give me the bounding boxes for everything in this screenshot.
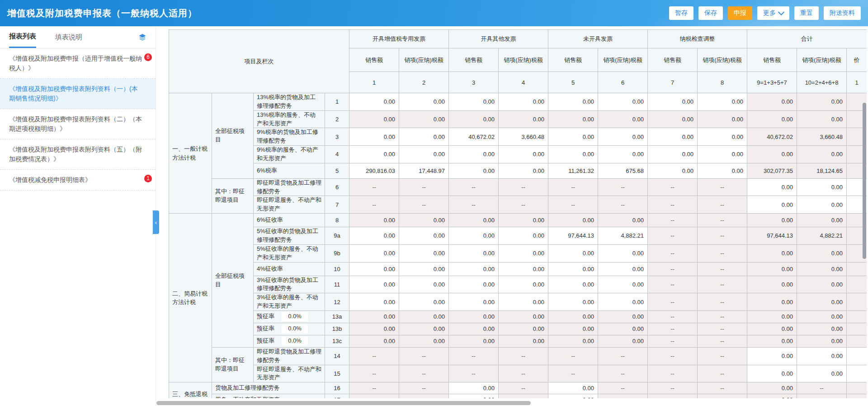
cell-5-col7[interactable]: 0.00 xyxy=(648,163,698,178)
cell-12-col6[interactable]: 0.00 xyxy=(598,293,648,311)
cell-7-col9[interactable]: 0.00 xyxy=(747,196,797,214)
layers-icon[interactable] xyxy=(138,26,146,48)
cell-11-col5[interactable]: 0.00 xyxy=(548,276,598,293)
cell-9b-col5[interactable]: 0.00 xyxy=(548,244,598,262)
cell-3-col8[interactable]: 0.00 xyxy=(698,128,747,146)
cell-1-col5[interactable]: 0.00 xyxy=(548,93,598,111)
cell-1-col2[interactable]: 0.00 xyxy=(399,93,449,111)
cell-3-col6[interactable]: 0.00 xyxy=(598,128,648,146)
cell-12-col1[interactable]: 0.00 xyxy=(349,293,399,311)
cell-9a-col6[interactable]: 4,882.21 xyxy=(598,227,648,245)
vertical-scrollbar-thumb[interactable] xyxy=(863,103,866,259)
cell-10-col5[interactable]: 0.00 xyxy=(548,262,598,276)
cell-9a-col1[interactable]: 0.00 xyxy=(349,227,399,245)
cell-9a-col5[interactable]: 97,644.13 xyxy=(548,227,598,245)
cell-6-col10[interactable]: 0.00 xyxy=(797,178,847,196)
cell-9b-col2[interactable]: 0.00 xyxy=(399,244,449,262)
cell-1-col6[interactable]: 0.00 xyxy=(598,93,648,111)
cell-10-col2[interactable]: 0.00 xyxy=(399,262,449,276)
tab-instructions[interactable]: 填表说明 xyxy=(55,26,82,48)
cell-3-col1[interactable]: 0.00 xyxy=(349,128,399,146)
cell-10-col6[interactable]: 0.00 xyxy=(598,262,648,276)
cell-4-col3[interactable]: 0.00 xyxy=(449,146,499,163)
prelevy-rate-field[interactable]: 0.0% xyxy=(282,324,308,334)
cell-5-col4[interactable]: 0.00 xyxy=(499,163,548,178)
save-button[interactable]: 保存 xyxy=(698,6,723,20)
cell-4-col2[interactable]: 0.00 xyxy=(399,146,449,163)
cell-9a-col3[interactable]: 0.00 xyxy=(449,227,499,245)
cell-11-col3[interactable]: 0.00 xyxy=(449,276,499,293)
cell-16-col3[interactable]: 0.00 xyxy=(449,382,499,394)
cell-15-col10[interactable]: 0.00 xyxy=(797,365,847,382)
prelevy-rate-field[interactable]: 0.0% xyxy=(282,312,308,321)
temp-save-button[interactable]: 暂存 xyxy=(669,6,693,20)
cell-1-col8[interactable]: 0.00 xyxy=(698,93,747,111)
cell-10-col3[interactable]: 0.00 xyxy=(449,262,499,276)
cell-14-col9[interactable]: 0.00 xyxy=(747,347,797,365)
cell-1-col7[interactable]: 0.00 xyxy=(648,93,698,111)
cell-9a-col2[interactable]: 0.00 xyxy=(399,227,449,245)
cell-13c-col10: 0.00 xyxy=(797,335,847,347)
cell-4-col6[interactable]: 0.00 xyxy=(598,146,648,163)
cell-11-col4[interactable]: 0.00 xyxy=(499,276,548,293)
cell-9a-col4[interactable]: 0.00 xyxy=(499,227,548,245)
cell-17-col5[interactable]: 0.00 xyxy=(548,394,598,398)
cell-4-col4[interactable]: 0.00 xyxy=(499,146,548,163)
cell-9b-col4[interactable]: 0.00 xyxy=(499,244,548,262)
cell-3-col3[interactable]: 40,672.02 xyxy=(449,128,499,146)
report-link-3[interactable]: 《增值税及附加税费申报表附列资料（二）（本期进项税额明细）》 xyxy=(0,109,156,139)
cell-15-col9[interactable]: 0.00 xyxy=(747,365,797,382)
cell-5-col8[interactable]: 0.00 xyxy=(698,163,747,178)
cell-11-col2[interactable]: 0.00 xyxy=(399,276,449,293)
chevron-down-icon xyxy=(778,9,784,15)
cell-10-col1[interactable]: 0.00 xyxy=(349,262,399,276)
cell-7-col10[interactable]: 0.00 xyxy=(797,196,847,214)
cell-6-col9[interactable]: 0.00 xyxy=(747,178,797,196)
prelevy-rate-field[interactable]: 0.0% xyxy=(282,336,308,346)
cell-13a-col1: 0.00 xyxy=(349,310,399,323)
tab-report-list[interactable]: 报表列表 xyxy=(9,26,36,48)
cell-5-col3[interactable]: 0.00 xyxy=(449,163,499,178)
cell-4-col7[interactable]: 0.00 xyxy=(648,146,698,163)
cell-9b-col6[interactable]: 0.00 xyxy=(598,244,648,262)
cell-5-col2[interactable]: 17,448.97 xyxy=(399,163,449,178)
cell-5-col1[interactable]: 290,816.03 xyxy=(349,163,399,178)
cell-16-col5[interactable]: 0.00 xyxy=(548,382,598,394)
declare-button[interactable]: 申报 xyxy=(728,6,752,20)
report-link-1[interactable]: 《增值税及附加税费申报（适用于增值税一般纳税人）》6 xyxy=(0,48,156,79)
attachments-button[interactable]: 附送资料 xyxy=(824,6,861,20)
cell-14-col10[interactable]: 0.00 xyxy=(797,347,847,365)
cell-4-col1[interactable]: 0.00 xyxy=(349,146,399,163)
cell-3-col5[interactable]: 0.00 xyxy=(548,128,598,146)
report-link-2[interactable]: 《增值税及附加税费申报表附列资料（一）(本期销售情况明细)》 xyxy=(0,79,156,109)
cell-5-col5[interactable]: 11,261.32 xyxy=(548,163,598,178)
cell-4-col8[interactable]: 0.00 xyxy=(698,146,747,163)
reset-button[interactable]: 重置 xyxy=(794,6,819,20)
horizontal-scrollbar-thumb[interactable] xyxy=(156,401,531,405)
cell-3-col4[interactable]: 3,660.48 xyxy=(499,128,548,146)
cell-3-col2[interactable]: 0.00 xyxy=(399,128,449,146)
cell-4-col5[interactable]: 0.00 xyxy=(548,146,598,163)
cell-17-col3[interactable]: 0.00 xyxy=(449,394,499,398)
cell-9b-col3[interactable]: 0.00 xyxy=(449,244,499,262)
more-button[interactable]: 更多 xyxy=(757,6,789,20)
row-number-5: 5 xyxy=(325,163,349,178)
cell-1-col4[interactable]: 0.00 xyxy=(499,93,548,111)
cell-10-col4[interactable]: 0.00 xyxy=(499,262,548,276)
cell-1-col3[interactable]: 0.00 xyxy=(449,93,499,111)
cell-9b-col1[interactable]: 0.00 xyxy=(349,244,399,262)
cell-12-col4[interactable]: 0.00 xyxy=(499,293,548,311)
sidebar-collapse-handle[interactable]: ‹ xyxy=(153,210,159,234)
cell-12-col9: 0.00 xyxy=(747,293,797,311)
cell-12-col2[interactable]: 0.00 xyxy=(399,293,449,311)
cell-12-col3[interactable]: 0.00 xyxy=(449,293,499,311)
cell-5-col6[interactable]: 675.68 xyxy=(598,163,648,178)
cell-1-col1[interactable]: 0.00 xyxy=(349,93,399,111)
cell-11-col6[interactable]: 0.00 xyxy=(598,276,648,293)
row-number-7: 7 xyxy=(325,196,349,214)
cell-3-col7[interactable]: 0.00 xyxy=(648,128,698,146)
cell-12-col5[interactable]: 0.00 xyxy=(548,293,598,311)
report-link-4[interactable]: 《增值税及附加税费申报表附列资料（五）（附加税费情况表）》 xyxy=(0,139,156,170)
cell-11-col1[interactable]: 0.00 xyxy=(349,276,399,293)
report-link-5[interactable]: 《增值税减免税申报明细表》1 xyxy=(0,170,156,191)
